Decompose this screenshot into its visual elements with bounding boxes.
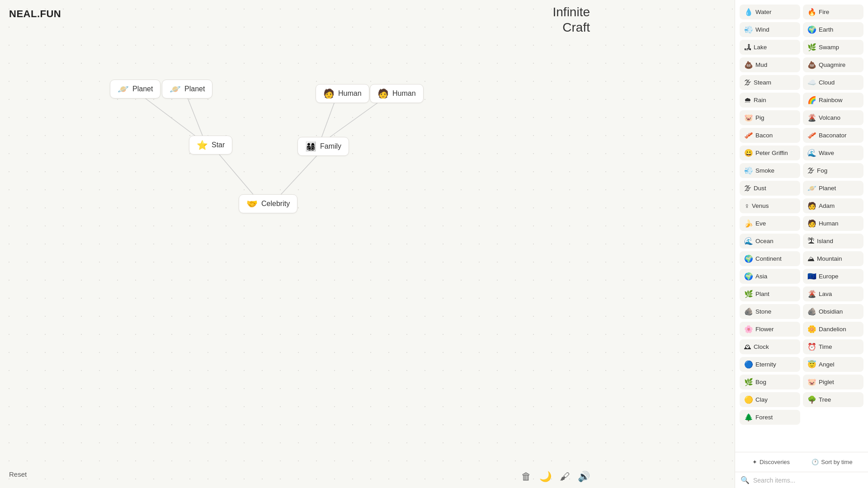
sidebar-item-lava[interactable]: 🌋Lava [803,286,863,301]
item-emoji: 🌍 [744,272,753,281]
sidebar-item-smoke[interactable]: 💨Smoke [740,163,800,178]
sidebar-item-obsidian[interactable]: 🪨Obsidian [803,304,863,319]
item-emoji: 🌫 [807,167,815,175]
item-label: Piglet [819,379,834,385]
sidebar-item-clay[interactable]: 🟡Clay [740,392,800,407]
sidebar-item-human[interactable]: 🧑Human [803,216,863,231]
sort-tab[interactable]: 🕐 Sort by time [802,456,863,468]
item-emoji: 🌋 [807,113,816,122]
item-label: Bacon [755,132,773,139]
sidebar-item-rain[interactable]: 🌧Rain [740,93,800,108]
item-label: Wind [755,26,769,33]
canvas-area[interactable]: NEAL.FUN InfiniteCraft 🪐 Planet 🪐 Planet… [0,0,735,488]
card-human2[interactable]: 🧑 Human [370,84,424,103]
sidebar-item-europe[interactable]: 🇪🇺Europe [803,269,863,284]
sidebar-item-fog[interactable]: 🌫Fog [803,163,863,178]
sidebar-item-cloud[interactable]: ☁️Cloud [803,75,863,90]
card-planet2[interactable]: 🪐 Planet [162,80,212,99]
card-celebrity[interactable]: 🤝 Celebrity [239,194,297,213]
sidebar-item-plant[interactable]: 🌿Plant [740,286,800,301]
sidebar-item-venus[interactable]: ♀Venus [740,198,800,213]
item-emoji: 🧑 [807,202,816,210]
item-emoji: 🌳 [807,395,816,404]
item-emoji: 😇 [807,360,816,369]
card-planet1-label: Planet [132,85,153,93]
sidebar: 💧Water🔥Fire💨Wind🌍Earth🏞Lake🌿Swamp💩Mud💩Qu… [735,0,868,488]
item-emoji: 🌫 [744,184,751,192]
sidebar-item-dandelion[interactable]: 🌼Dandelion [803,322,863,337]
sound-icon[interactable]: 🔊 [578,471,590,483]
item-emoji: 🐷 [744,113,753,122]
item-label: Earth [819,26,833,33]
discoveries-tab[interactable]: ✦ Discoveries [741,456,802,468]
sidebar-item-baconator[interactable]: 🥓Baconator [803,128,863,143]
sidebar-item-ocean[interactable]: 🌊Ocean [740,234,800,249]
sidebar-item-bog[interactable]: 🌿Bog [740,375,800,389]
sidebar-item-forest[interactable]: 🌲Forest [740,410,800,425]
sidebar-item-water[interactable]: 💧Water [740,5,800,19]
sidebar-item-wind[interactable]: 💨Wind [740,22,800,37]
moon-icon[interactable]: 🌙 [539,471,552,483]
logo: NEAL.FUN [9,8,61,20]
item-label: Pig [755,114,764,121]
sidebar-item-mountain[interactable]: ⛰Mountain [803,251,863,266]
item-label: Swamp [819,44,839,51]
reset-button[interactable]: Reset [9,470,27,478]
item-label: Human [819,220,839,227]
card-human1[interactable]: 🧑 Human [316,84,369,103]
sidebar-item-clock[interactable]: 🕰Clock [740,339,800,354]
sidebar-item-pig[interactable]: 🐷Pig [740,110,800,125]
item-label: Baconator [819,132,847,139]
sidebar-item-fire[interactable]: 🔥Fire [803,5,863,19]
sidebar-item-continent[interactable]: 🌍Continent [740,251,800,266]
item-emoji: 🥓 [744,131,753,140]
sidebar-item-eternity[interactable]: 🔵Eternity [740,357,800,372]
sidebar-item-swamp[interactable]: 🌿Swamp [803,40,863,55]
sidebar-item-lake[interactable]: 🏞Lake [740,40,800,55]
item-emoji: 🪨 [744,307,753,316]
brush-icon[interactable]: 🖌 [560,471,570,483]
sidebar-item-adam[interactable]: 🧑Adam [803,198,863,213]
sidebar-item-wave[interactable]: 🌊Wave [803,145,863,160]
item-emoji: 🌫 [744,79,751,87]
sidebar-item-stone[interactable]: 🪨Stone [740,304,800,319]
card-family[interactable]: 👨‍👩‍👧‍👦 Family [297,137,349,156]
item-emoji: 🪨 [807,307,816,316]
sidebar-item-time[interactable]: ⏰Time [803,339,863,354]
item-emoji: ☁️ [807,78,816,87]
sidebar-item-eve[interactable]: 🍌Eve [740,216,800,231]
item-emoji: 🌋 [807,290,816,298]
sidebar-item-angel[interactable]: 😇Angel [803,357,863,372]
sidebar-item-piglet[interactable]: 🐷Piglet [803,375,863,389]
sidebar-item-rainbow[interactable]: 🌈Rainbow [803,93,863,108]
sidebar-item-volcano[interactable]: 🌋Volcano [803,110,863,125]
sidebar-item-dust[interactable]: 🌫Dust [740,181,800,196]
trash-icon[interactable]: 🗑 [521,471,531,483]
sidebar-item-mud[interactable]: 💩Mud [740,57,800,72]
card-human1-label: Human [338,89,362,98]
sidebar-item-bacon[interactable]: 🥓Bacon [740,128,800,143]
connection-lines [0,0,735,488]
item-label: Smoke [755,167,774,174]
sidebar-item-quagmire[interactable]: 💩Quagmire [803,57,863,72]
item-label: Venus [752,202,769,209]
item-emoji: 🌿 [744,290,753,298]
search-input[interactable] [753,477,863,484]
card-planet1[interactable]: 🪐 Planet [110,80,160,99]
sidebar-item-steam[interactable]: 🌫Steam [740,75,800,90]
item-emoji: 💨 [744,166,753,175]
item-emoji: 🌿 [744,378,753,386]
item-emoji: 🌧 [744,96,751,104]
item-emoji: 🌲 [744,413,753,422]
sidebar-item-earth[interactable]: 🌍Earth [803,22,863,37]
sidebar-item-peter-griffin[interactable]: 😀Peter Griffin [740,145,800,160]
sidebar-item-asia[interactable]: 🌍Asia [740,269,800,284]
item-label: Wave [819,150,834,156]
sidebar-item-flower[interactable]: 🌸Flower [740,322,800,337]
card-star[interactable]: ⭐ Star [189,136,232,155]
search-icon: 🔍 [741,476,750,484]
item-label: Stone [755,308,771,315]
sidebar-item-planet[interactable]: 🪐Planet [803,181,863,196]
sidebar-item-tree[interactable]: 🌳Tree [803,392,863,407]
sidebar-item-island[interactable]: 🏝Island [803,234,863,249]
